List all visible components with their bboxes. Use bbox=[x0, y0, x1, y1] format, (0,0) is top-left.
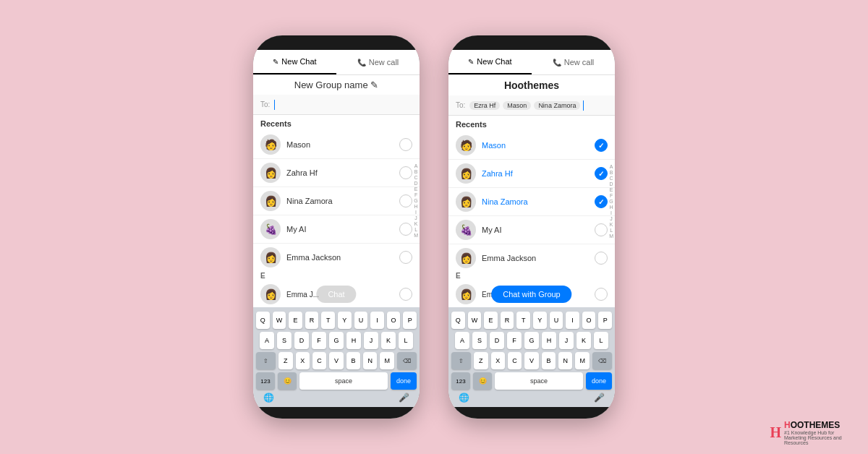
key-m-2[interactable]: M bbox=[575, 352, 589, 369]
key-shift-1[interactable]: ⇧ bbox=[256, 352, 276, 369]
key-s-1[interactable]: S bbox=[277, 332, 292, 349]
key-v-2[interactable]: V bbox=[524, 352, 538, 369]
checkbox-mason-2[interactable]: ✓ bbox=[595, 139, 608, 152]
checkbox-emma-2[interactable] bbox=[595, 252, 608, 265]
key-c-2[interactable]: C bbox=[508, 352, 522, 369]
key-y-2[interactable]: Y bbox=[533, 312, 547, 329]
key-q-2[interactable]: Q bbox=[451, 312, 465, 329]
key-e-1[interactable]: E bbox=[289, 312, 302, 329]
key-u-1[interactable]: U bbox=[354, 312, 368, 329]
key-k-2[interactable]: K bbox=[576, 332, 591, 349]
checkbox-nina-2[interactable]: ✓ bbox=[595, 195, 608, 208]
key-k-1[interactable]: K bbox=[381, 332, 396, 349]
contact-nina-1[interactable]: 👩 Nina Zamora bbox=[253, 187, 420, 215]
key-shift-2[interactable]: ⇧ bbox=[451, 352, 471, 369]
checkbox-zahra-2[interactable]: ✓ bbox=[595, 167, 608, 180]
chat-button-1[interactable]: Chat bbox=[316, 286, 356, 303]
to-field-2[interactable]: To: Ezra Hf Mason Nina Zamora bbox=[448, 95, 615, 116]
key-v-1[interactable]: V bbox=[329, 352, 343, 369]
key-h-1[interactable]: H bbox=[346, 332, 361, 349]
checkbox-mason-1[interactable] bbox=[399, 138, 412, 151]
key-o-1[interactable]: O bbox=[387, 312, 401, 329]
contact-myai-1[interactable]: 🍇 My AI bbox=[253, 215, 420, 244]
key-a-2[interactable]: A bbox=[455, 332, 469, 349]
group-name-area-1[interactable]: New Group name ✎ bbox=[253, 75, 420, 95]
mic-icon-1[interactable]: 🎤 bbox=[399, 393, 409, 403]
key-q-1[interactable]: Q bbox=[256, 312, 270, 329]
key-m-1[interactable]: M bbox=[380, 352, 393, 369]
key-done-2[interactable]: done bbox=[586, 372, 612, 390]
key-w-1[interactable]: W bbox=[273, 312, 286, 329]
key-r-2[interactable]: R bbox=[501, 312, 514, 329]
contact-mason-2[interactable]: 🧑 Mason ✓ bbox=[448, 132, 615, 160]
tab-new-call-1[interactable]: 📞 New call bbox=[336, 50, 420, 74]
key-d-1[interactable]: D bbox=[294, 332, 309, 349]
key-j-1[interactable]: J bbox=[364, 332, 378, 349]
key-l-2[interactable]: L bbox=[594, 332, 608, 349]
contact-zahra-2[interactable]: 👩 Zahra Hf ✓ bbox=[448, 160, 615, 188]
key-h-2[interactable]: H bbox=[542, 332, 556, 349]
mic-icon-2[interactable]: 🎤 bbox=[594, 393, 605, 403]
key-emoji-2[interactable]: 😊 bbox=[473, 372, 492, 390]
key-g-2[interactable]: G bbox=[524, 332, 539, 349]
key-e-2[interactable]: E bbox=[484, 312, 498, 329]
checkbox-emma2-1[interactable] bbox=[399, 288, 412, 301]
key-f-1[interactable]: F bbox=[312, 332, 326, 349]
key-i-1[interactable]: I bbox=[370, 312, 384, 329]
checkbox-zahra-1[interactable] bbox=[399, 166, 412, 179]
key-l-1[interactable]: L bbox=[399, 332, 413, 349]
key-num-1[interactable]: 123 bbox=[256, 372, 275, 390]
checkbox-nina-1[interactable] bbox=[399, 194, 412, 207]
key-b-1[interactable]: B bbox=[346, 352, 360, 369]
key-n-1[interactable]: N bbox=[363, 352, 377, 369]
key-emoji-1[interactable]: 😊 bbox=[278, 372, 297, 390]
contact-emma-1[interactable]: 👩 Emma Jackson bbox=[253, 244, 420, 270]
key-w-2[interactable]: W bbox=[468, 312, 482, 329]
key-p-1[interactable]: P bbox=[403, 312, 417, 329]
tab-new-call-2[interactable]: 📞 New call bbox=[532, 50, 615, 74]
key-num-2[interactable]: 123 bbox=[451, 372, 470, 390]
contact-zahra-1[interactable]: 👩 Zahra Hf bbox=[253, 159, 420, 187]
key-s-2[interactable]: S bbox=[472, 332, 487, 349]
key-c-1[interactable]: C bbox=[312, 352, 326, 369]
key-z-2[interactable]: Z bbox=[474, 352, 488, 369]
key-t-2[interactable]: T bbox=[516, 312, 530, 329]
tab-new-chat-1[interactable]: ✎ New Chat bbox=[253, 50, 336, 74]
to-field-1[interactable]: To: bbox=[253, 95, 420, 115]
group-name-area-2[interactable]: Hoothemes bbox=[448, 75, 615, 95]
chat-with-group-button-2[interactable]: Chat with Group bbox=[491, 286, 571, 303]
key-backspace-2[interactable]: ⌫ bbox=[592, 352, 612, 369]
checkbox-myai-1[interactable] bbox=[399, 223, 412, 236]
key-u-2[interactable]: U bbox=[550, 312, 563, 329]
globe-icon-1[interactable]: 🌐 bbox=[263, 393, 274, 403]
key-d-2[interactable]: D bbox=[490, 332, 504, 349]
key-x-1[interactable]: X bbox=[296, 352, 310, 369]
contact-myai-2[interactable]: 🍇 My AI bbox=[448, 216, 615, 244]
key-o-2[interactable]: O bbox=[582, 312, 596, 329]
key-backspace-1[interactable]: ⌫ bbox=[397, 352, 417, 369]
key-j-2[interactable]: J bbox=[559, 332, 574, 349]
key-p-2[interactable]: P bbox=[598, 312, 612, 329]
tab-new-chat-2[interactable]: ✎ New Chat bbox=[448, 50, 532, 74]
key-r-1[interactable]: R bbox=[305, 312, 319, 329]
contact-mason-1[interactable]: 🧑 Mason bbox=[253, 131, 420, 159]
key-x-2[interactable]: X bbox=[491, 352, 505, 369]
key-a-1[interactable]: A bbox=[260, 332, 274, 349]
checkbox-emma-1[interactable] bbox=[399, 251, 412, 264]
checkbox-myai-2[interactable] bbox=[595, 223, 608, 236]
contact-nina-2[interactable]: 👩 Nina Zamora ✓ bbox=[448, 188, 615, 216]
key-g-1[interactable]: G bbox=[329, 332, 344, 349]
key-y-1[interactable]: Y bbox=[338, 312, 352, 329]
key-done-1[interactable]: done bbox=[391, 372, 417, 390]
key-b-2[interactable]: B bbox=[542, 352, 556, 369]
checkbox-emma2-2[interactable] bbox=[595, 288, 608, 301]
key-f-2[interactable]: F bbox=[507, 332, 522, 349]
key-z-1[interactable]: Z bbox=[278, 352, 292, 369]
key-i-2[interactable]: I bbox=[566, 312, 579, 329]
globe-icon-2[interactable]: 🌐 bbox=[459, 393, 469, 403]
key-t-1[interactable]: T bbox=[321, 312, 335, 329]
contact-emma-2[interactable]: 👩 Emma Jackson bbox=[448, 244, 615, 270]
key-space-2[interactable]: space bbox=[495, 372, 583, 390]
key-space-1[interactable]: space bbox=[299, 372, 388, 390]
key-n-2[interactable]: N bbox=[558, 352, 572, 369]
